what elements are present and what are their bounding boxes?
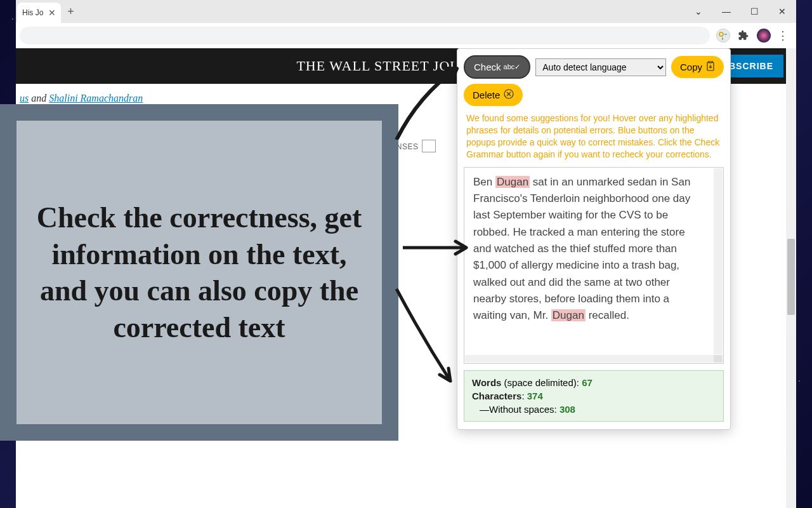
chars-value: 374 (527, 391, 543, 401)
copy-button[interactable]: Copy (671, 56, 724, 78)
author-link-2[interactable]: Shalini Ramachandran (49, 93, 143, 104)
nospace-label: —Without spaces: (480, 404, 560, 415)
text-content-area[interactable]: Ben Dugan sat in an unmarked sedan in Sa… (464, 167, 724, 364)
delete-x-icon (504, 89, 514, 101)
text-segment: recalled. (586, 309, 629, 321)
popup-scrollbar-vertical[interactable] (714, 168, 723, 354)
abc-check-icon: abc✓ (504, 63, 521, 71)
address-bar[interactable] (20, 27, 710, 44)
tab-title: His Jo (22, 8, 43, 17)
grammar-extension-icon[interactable] (716, 29, 730, 43)
circle-extension-icon[interactable] (757, 29, 771, 43)
minimize-button[interactable]: — (712, 1, 740, 22)
window-controls: ⌄ — ☐ ✕ (684, 1, 796, 22)
close-window-button[interactable]: ✕ (768, 1, 796, 22)
chars-sep: : (521, 391, 527, 401)
text-segment: Ben (473, 176, 495, 188)
responses-icon[interactable] (422, 140, 436, 152)
language-select[interactable]: Auto detect language (535, 58, 666, 76)
close-tab-icon[interactable]: ✕ (48, 8, 56, 18)
callout-inner: Check the correctness, get information o… (16, 121, 382, 424)
browser-titlebar: His Jo ✕ + ⌄ — ☐ ✕ (16, 0, 796, 23)
popup-toolbar: Check abc✓ Auto detect language Copy Del… (457, 49, 730, 112)
author-link-1[interactable]: us (20, 93, 29, 104)
highlighted-word[interactable]: Dugan (495, 176, 530, 188)
check-button[interactable]: Check abc✓ (464, 55, 530, 79)
browser-menu-icon[interactable]: ⋮ (777, 29, 789, 43)
caret-down-icon[interactable]: ⌄ (684, 1, 712, 22)
extension-icons: ⋮ (716, 29, 792, 43)
text-stats: Words (space delimited): 67 Characters: … (464, 370, 724, 422)
new-tab-button[interactable]: + (67, 5, 74, 18)
clipboard-icon (706, 61, 715, 73)
scroll-corner (714, 355, 723, 363)
browser-tab[interactable]: His Jo ✕ (17, 3, 61, 23)
svg-point-0 (719, 32, 723, 36)
text-segment: sat in an unmarked sedan in San Francisc… (473, 176, 690, 322)
scrollbar-thumb[interactable] (787, 239, 795, 315)
suggestions-message: We found some suggestions for you! Hover… (457, 112, 730, 167)
byline-and: and (29, 93, 49, 104)
maximize-button[interactable]: ☐ (740, 1, 768, 22)
popup-scrollbar-horizontal[interactable] (465, 355, 714, 363)
puzzle-extension-icon[interactable] (737, 29, 750, 43)
callout-text: Check the correctness, get information o… (36, 199, 363, 345)
check-label: Check (474, 62, 501, 72)
chars-label: Characters (472, 391, 521, 401)
nospace-value: 308 (560, 404, 575, 415)
address-bar-row: ⋮ (16, 23, 796, 48)
words-value: 67 (582, 377, 593, 388)
delete-button[interactable]: Delete (464, 84, 523, 106)
words-suffix: (space delimited): (501, 377, 582, 388)
delete-label: Delete (473, 90, 500, 100)
instructional-callout: Check the correctness, get information o… (0, 104, 398, 441)
copy-label: Copy (680, 62, 702, 72)
words-label: Words (472, 377, 501, 388)
highlighted-word[interactable]: Dugan (551, 309, 586, 321)
grammar-extension-popup: Check abc✓ Auto detect language Copy Del… (457, 48, 731, 430)
page-scrollbar[interactable] (786, 48, 796, 508)
